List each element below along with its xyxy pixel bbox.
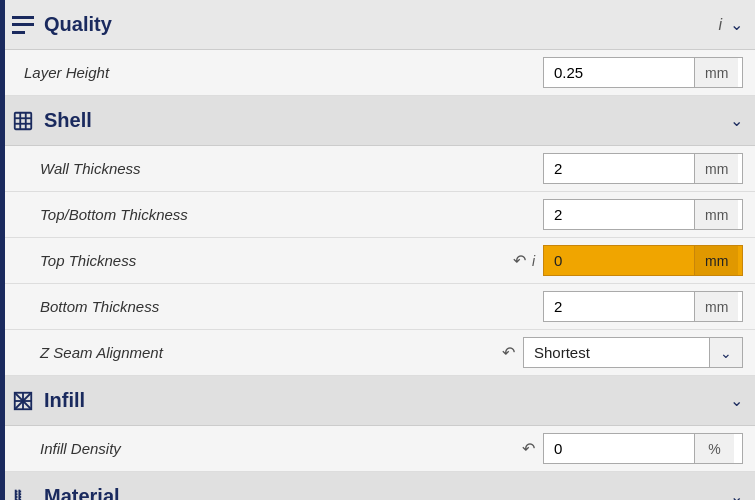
shell-title: Shell (44, 109, 730, 132)
quality-title: Quality (44, 13, 718, 36)
wall-thickness-row: Wall Thickness mm (0, 146, 755, 192)
quality-section-header: Quality i ⌄ (0, 0, 755, 50)
shell-header-actions: ⌄ (730, 111, 743, 130)
z-seam-actions: ↶ (502, 343, 515, 362)
top-thickness-unit: mm (694, 246, 738, 275)
material-title: Material (44, 485, 730, 500)
infill-icon (12, 390, 34, 412)
quality-header-actions: i ⌄ (718, 15, 743, 34)
wall-thickness-input[interactable] (544, 154, 694, 183)
top-thickness-input[interactable] (544, 246, 694, 275)
layer-height-unit: mm (694, 58, 738, 87)
infill-density-unit: % (694, 434, 734, 463)
z-seam-chevron-icon[interactable]: ⌄ (709, 338, 742, 367)
layer-height-input-group: mm (543, 57, 743, 88)
main-panel: Quality i ⌄ Layer Height mm Shell ⌄ Wall… (0, 0, 755, 500)
layer-height-input[interactable] (544, 58, 694, 87)
quality-chevron-icon[interactable]: ⌄ (730, 15, 743, 34)
infill-section-header: Infill ⌄ (0, 376, 755, 426)
layer-height-row: Layer Height mm (0, 50, 755, 96)
top-thickness-actions: ↶ i (513, 251, 535, 270)
material-section-header: Material ⌄ (0, 472, 755, 500)
material-header-actions: ⌄ (730, 487, 743, 500)
side-accent-border (0, 0, 5, 500)
top-bottom-thickness-row: Top/Bottom Thickness mm (0, 192, 755, 238)
z-seam-dropdown-group: Shortest Back Random Sharpest Corner ⌄ (523, 337, 743, 368)
wall-thickness-input-group: mm (543, 153, 743, 184)
bottom-thickness-unit: mm (694, 292, 738, 321)
top-bottom-thickness-input[interactable] (544, 200, 694, 229)
quality-info-icon[interactable]: i (718, 16, 722, 34)
shell-chevron-icon[interactable]: ⌄ (730, 111, 743, 130)
infill-density-row: Infill Density ↶ % (0, 426, 755, 472)
infill-density-input[interactable] (544, 434, 694, 463)
material-icon (12, 486, 34, 501)
top-thickness-reset-icon[interactable]: ↶ (513, 251, 526, 270)
top-bottom-thickness-label: Top/Bottom Thickness (40, 206, 543, 223)
top-bottom-thickness-unit: mm (694, 200, 738, 229)
infill-density-reset-icon[interactable]: ↶ (522, 439, 535, 458)
infill-density-input-group: % (543, 433, 743, 464)
quality-icon (12, 16, 34, 34)
material-chevron-icon[interactable]: ⌄ (730, 487, 743, 500)
z-seam-reset-icon[interactable]: ↶ (502, 343, 515, 362)
top-bottom-thickness-input-group: mm (543, 199, 743, 230)
z-seam-alignment-row: Z Seam Alignment ↶ Shortest Back Random … (0, 330, 755, 376)
infill-chevron-icon[interactable]: ⌄ (730, 391, 743, 410)
top-thickness-label: Top Thickness (40, 252, 513, 269)
shell-section-header: Shell ⌄ (0, 96, 755, 146)
bottom-thickness-input-group: mm (543, 291, 743, 322)
bottom-thickness-row: Bottom Thickness mm (0, 284, 755, 330)
wall-thickness-label: Wall Thickness (40, 160, 543, 177)
wall-thickness-unit: mm (694, 154, 738, 183)
infill-density-label: Infill Density (40, 440, 522, 457)
top-thickness-info-icon[interactable]: i (532, 253, 535, 269)
bottom-thickness-label: Bottom Thickness (40, 298, 543, 315)
shell-icon (12, 110, 34, 132)
bottom-thickness-input[interactable] (544, 292, 694, 321)
svg-rect-0 (15, 112, 32, 129)
layer-height-label: Layer Height (24, 64, 543, 81)
infill-header-actions: ⌄ (730, 391, 743, 410)
top-thickness-input-group: mm (543, 245, 743, 276)
infill-density-actions: ↶ (522, 439, 535, 458)
infill-title: Infill (44, 389, 730, 412)
z-seam-dropdown[interactable]: Shortest Back Random Sharpest Corner (524, 338, 709, 367)
top-thickness-row: Top Thickness ↶ i mm (0, 238, 755, 284)
z-seam-alignment-label: Z Seam Alignment (40, 344, 502, 361)
